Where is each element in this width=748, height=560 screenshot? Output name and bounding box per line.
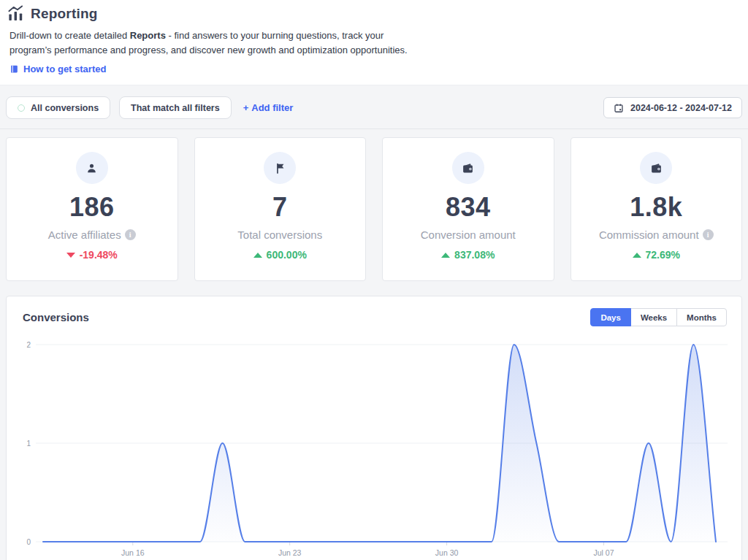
info-icon[interactable] (703, 229, 714, 240)
x-axis-label: Jun 16 (121, 548, 145, 557)
stat-value: 7 (272, 192, 288, 223)
stat-label: Total conversions (237, 229, 322, 241)
date-range-value: 2024-06-12 - 2024-07-12 (630, 103, 732, 113)
stat-delta: 72.69% (633, 249, 680, 261)
stat-card-commission-amount: 1.8k Commission amount 72.69% (570, 137, 743, 281)
info-icon[interactable] (125, 229, 136, 240)
wallet-icon (640, 152, 672, 184)
plus-icon: + (243, 102, 249, 113)
all-conversions-filter-button[interactable]: All conversions (6, 96, 110, 119)
toggle-weeks[interactable]: Weeks (630, 308, 677, 326)
conversions-chart-svg: 210Jun 16Jun 23Jun 30Jul 07 (8, 337, 740, 560)
page-header: Reporting Drill-down to create detailed … (0, 0, 748, 85)
stat-label: Conversion amount (421, 229, 516, 241)
how-to-get-started-link[interactable]: How to get started (9, 64, 106, 74)
add-filter-label: Add filter (251, 102, 293, 113)
wallet-icon (452, 152, 484, 184)
stat-label: Commission amount (599, 229, 714, 241)
toggle-months[interactable]: Months (676, 308, 727, 326)
book-icon (9, 64, 19, 74)
chart-title: Conversions (23, 311, 89, 323)
how-to-get-started-label: How to get started (23, 64, 106, 74)
stat-delta: 600.00% (253, 249, 307, 261)
date-range-picker[interactable]: 2024-06-12 - 2024-07-12 (603, 97, 742, 118)
x-axis-label: Jun 23 (278, 548, 302, 557)
add-filter-button[interactable]: + Add filter (243, 102, 294, 113)
trend-down-icon (66, 253, 75, 258)
stat-value: 1.8k (630, 192, 682, 223)
y-axis-label: 2 (26, 341, 31, 349)
stat-value: 186 (69, 192, 115, 223)
stat-card-conversion-amount: 834 Conversion amount 837.08% (382, 137, 554, 281)
all-conversions-label: All conversions (31, 103, 99, 113)
status-ring-icon (18, 104, 25, 112)
reporting-chart-icon (7, 5, 24, 22)
filter-divider (0, 129, 748, 129)
calendar-icon (614, 103, 624, 113)
trend-up-icon (441, 253, 450, 258)
stats-row: 186 Active affiliates -19.48% 7 Total co… (6, 137, 742, 281)
stat-delta: 837.08% (441, 249, 495, 261)
stat-card-active-affiliates: 186 Active affiliates -19.48% (6, 137, 178, 281)
x-axis-label: Jul 07 (593, 548, 614, 557)
stat-delta: -19.48% (66, 249, 118, 261)
toggle-days[interactable]: Days (590, 308, 631, 326)
match-all-filters-button[interactable]: That match all filters (119, 96, 232, 119)
match-all-label: That match all filters (131, 103, 220, 113)
page-description: Drill-down to create detailed Reports - … (9, 28, 408, 58)
flag-icon (264, 152, 296, 184)
trend-up-icon (253, 253, 262, 258)
conversions-chart-card: Conversions Days Weeks Months 210Jun 16J… (6, 296, 742, 560)
page-title: Reporting (31, 6, 98, 22)
y-axis-label: 1 (26, 440, 31, 448)
person-icon (76, 152, 108, 184)
stat-value: 834 (446, 192, 491, 223)
granularity-toggle: Days Weeks Months (590, 308, 727, 326)
filter-bar: All conversions That match all filters +… (0, 85, 748, 129)
stat-label: Active affiliates (48, 229, 136, 241)
y-axis-label: 0 (26, 538, 31, 546)
stat-card-total-conversions: 7 Total conversions 600.00% (194, 137, 367, 281)
x-axis-label: Jun 30 (435, 548, 459, 557)
trend-up-icon (633, 253, 641, 258)
